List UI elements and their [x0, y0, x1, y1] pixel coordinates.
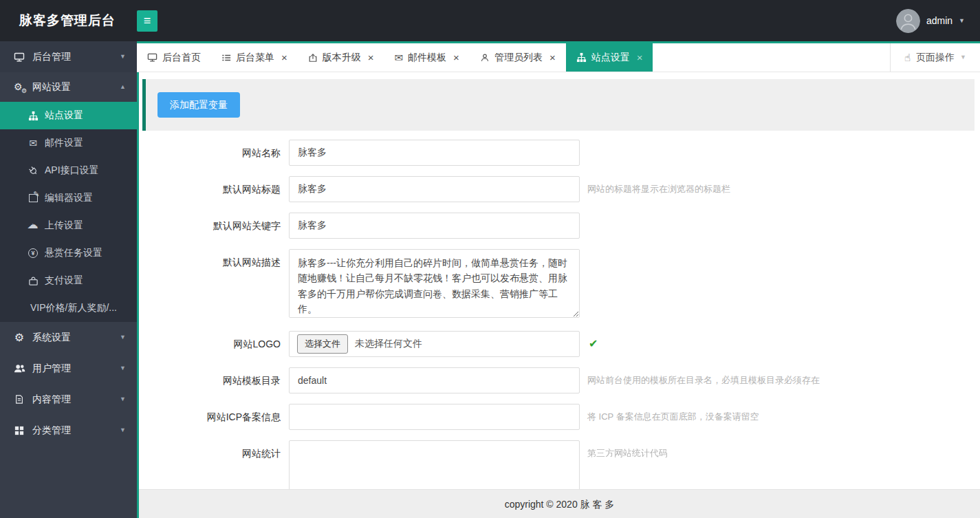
sidebar: 后台管理 ▼ ⚙⚙ 网站设置 ▲ 站点设置 ✉ 邮件设置 API接口设置 ✎ [0, 41, 137, 518]
plug-icon [25, 166, 41, 176]
field-label: 网站名称 [139, 140, 289, 166]
cloud-upload-icon: ☁↑ [25, 220, 41, 231]
add-config-variable-button[interactable]: 添加配置变量 [157, 92, 240, 118]
site-name-input[interactable] [289, 140, 580, 166]
copyright-footer: copyright © 2020 脉 客 多 [139, 489, 980, 518]
sidebar-item-content-management[interactable]: 内容管理 ▼ [0, 384, 137, 415]
tab-admin-list[interactable]: 管理员列表 × [470, 43, 566, 72]
close-icon[interactable]: × [637, 52, 643, 63]
caret-down-icon: ▼ [120, 334, 126, 341]
sidebar-item-vip-price[interactable]: VIP价格/新人奖励/... [0, 294, 137, 322]
form-row-default-description: 默认网站描述 脉客多---让你充分利用自己的碎片时间，做简单悬赏任务，随时随地赚… [139, 249, 980, 321]
briefcase-icon [25, 276, 41, 286]
sidebar-item-label: 网站设置 [32, 81, 71, 94]
pencil-square-icon: ✎ [25, 194, 41, 202]
sidebar-item-payment-settings[interactable]: 支付设置 [0, 267, 137, 294]
grid-icon [12, 426, 27, 435]
envelope-icon: ✉ [395, 52, 404, 63]
tab-mail-template[interactable]: ✉ 邮件模板 × [384, 43, 470, 72]
caret-down-icon: ▼ [120, 54, 126, 60]
avatar [896, 9, 920, 33]
sidebar-item-system-settings[interactable]: ⚙ 系统设置 ▼ [0, 322, 137, 353]
user-icon [480, 53, 490, 63]
username: admin [926, 15, 952, 26]
sidebar-item-label: 编辑器设置 [45, 192, 93, 204]
sidebar-toggle-button[interactable]: ≡ [137, 10, 157, 32]
page-actions-dropdown[interactable]: ☝ 页面操作 ▼ [890, 43, 980, 72]
default-keywords-input[interactable] [289, 213, 580, 239]
sidebar-item-mail-settings[interactable]: ✉ 邮件设置 [0, 129, 137, 157]
sidebar-item-label: API接口设置 [45, 164, 99, 177]
form-row-template-dir: 网站模板目录 网站前台使用的模板所在目录名，必填且模板目录必须存在 [139, 367, 980, 393]
sidebar-item-label: 悬赏任务设置 [45, 247, 102, 259]
caret-down-icon: ▼ [959, 18, 965, 24]
caret-down-icon: ▼ [960, 54, 966, 61]
sidebar-item-label: VIP价格/新人奖励/... [30, 302, 117, 314]
sidebar-item-site-settings-group[interactable]: ⚙⚙ 网站设置 ▲ [0, 72, 137, 102]
close-icon[interactable]: × [281, 52, 287, 63]
user-menu[interactable]: admin ▼ [896, 9, 980, 33]
sidebar-item-user-management[interactable]: 用户管理 ▼ [0, 353, 137, 384]
yen-circle-icon: ¥ [25, 248, 41, 258]
tab-label: 邮件模板 [408, 52, 446, 64]
sidebar-item-reward-task-settings[interactable]: ¥ 悬赏任务设置 [0, 239, 137, 267]
form-row-site-name: 网站名称 [139, 140, 980, 166]
page-actions-label: 页面操作 [916, 52, 955, 64]
gear-icon: ⚙ [12, 332, 27, 343]
monitor-icon [12, 52, 27, 63]
envelope-icon: ✉ [25, 138, 41, 148]
sidebar-item-label: 邮件设置 [45, 137, 83, 149]
tab-label: 管理员列表 [494, 52, 543, 64]
form-row-default-title: 默认网站标题 网站的标题将显示在浏览器的标题栏 [139, 176, 980, 202]
tab-label: 后台首页 [162, 52, 201, 64]
logo-file-input[interactable]: 选择文件 未选择任何文件 [289, 331, 580, 357]
default-description-textarea[interactable]: 脉客多---让你充分利用自己的碎片时间，做简单悬赏任务，随时随地赚钱！让自己每月… [289, 249, 580, 318]
file-text-icon [12, 394, 27, 404]
site-config-form: 网站名称 默认网站标题 网站的标题将显示在浏览器的标题栏 默认网站关键字 默认网… [139, 140, 980, 515]
monitor-icon [147, 52, 157, 63]
sidebar-item-category-management[interactable]: 分类管理 ▼ [0, 415, 137, 446]
tab-bar: 后台首页 后台菜单 × 版本升级 × ✉ 邮件模板 × 管理员列表 × 站点设置… [137, 41, 980, 72]
sidebar-item-backend-admin[interactable]: 后台管理 ▼ [0, 41, 137, 72]
sidebar-item-editor-settings[interactable]: ✎ 编辑器设置 [0, 184, 137, 212]
choose-file-button[interactable]: 选择文件 [297, 334, 348, 354]
tab-backend-menu[interactable]: 后台菜单 × [211, 43, 298, 72]
sidebar-item-label: 系统设置 [32, 332, 71, 344]
tab-version-upgrade[interactable]: 版本升级 × [298, 43, 384, 72]
sidebar-item-site-config[interactable]: 站点设置 [0, 102, 137, 129]
field-label: 默认网站关键字 [139, 213, 289, 239]
caret-up-icon: ▲ [120, 84, 126, 90]
sidebar-item-label: 用户管理 [32, 363, 71, 375]
check-icon: ✔ [589, 331, 598, 357]
user-avatar-icon [896, 9, 920, 33]
close-icon[interactable]: × [453, 52, 459, 63]
default-title-input[interactable] [289, 176, 580, 202]
field-label: 默认网站标题 [139, 176, 289, 202]
field-hint: 网站前台使用的模板所在目录名，必填且模板目录必须存在 [587, 367, 820, 393]
icp-info-input[interactable] [289, 404, 580, 430]
template-dir-input[interactable] [289, 367, 580, 393]
sidebar-item-api-settings[interactable]: API接口设置 [0, 157, 137, 184]
app-header: 脉客多管理后台 ≡ admin ▼ [0, 0, 980, 41]
tab-dashboard[interactable]: 后台首页 [137, 43, 211, 72]
file-status-text: 未选择任何文件 [355, 338, 422, 350]
field-label: 网站ICP备案信息 [139, 404, 289, 430]
field-hint: 网站的标题将显示在浏览器的标题栏 [587, 176, 730, 202]
caret-down-icon: ▼ [120, 365, 126, 371]
sidebar-item-label: 上传设置 [45, 219, 83, 232]
tab-label: 站点设置 [591, 52, 630, 64]
form-row-icp: 网站ICP备案信息 将 ICP 备案信息在页面底部，没备案请留空 [139, 404, 980, 430]
tab-site-config[interactable]: 站点设置 × [566, 43, 653, 72]
sidebar-item-label: 站点设置 [45, 109, 83, 122]
caret-down-icon: ▼ [120, 396, 126, 402]
list-icon [221, 53, 231, 63]
sitemap-icon [576, 52, 587, 63]
form-row-default-keywords: 默认网站关键字 [139, 213, 980, 239]
sidebar-item-upload-settings[interactable]: ☁↑ 上传设置 [0, 212, 137, 239]
field-label: 网站LOGO [139, 331, 289, 357]
users-icon [12, 363, 27, 374]
close-icon[interactable]: × [368, 52, 374, 63]
tab-label: 版本升级 [323, 52, 361, 64]
site-settings-submenu: 站点设置 ✉ 邮件设置 API接口设置 ✎ 编辑器设置 ☁↑ 上传设置 ¥ [0, 102, 137, 322]
close-icon[interactable]: × [549, 52, 556, 63]
